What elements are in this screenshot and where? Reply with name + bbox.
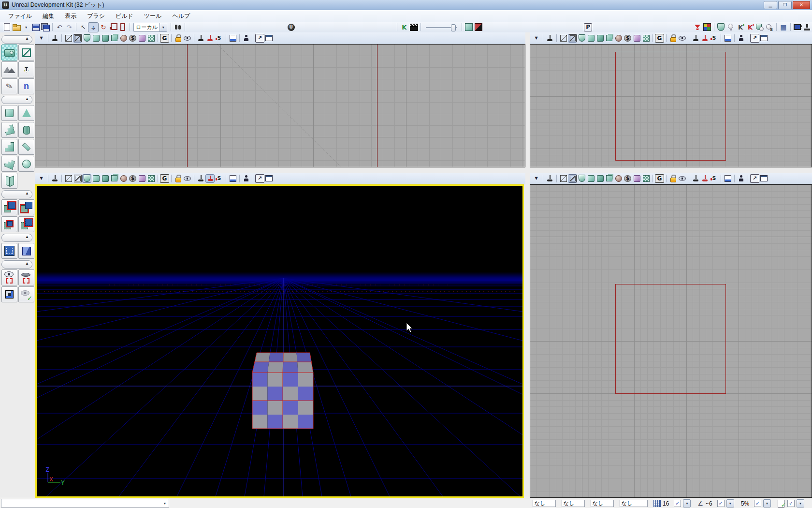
slider-knob[interactable] (451, 24, 456, 31)
detail-lighting-view-icon[interactable] (595, 174, 605, 183)
save-all-icon[interactable] (41, 23, 50, 32)
squint-mode-icon[interactable]: S (710, 174, 719, 183)
ビルド[interactable]: ビルド (110, 11, 139, 22)
separator[interactable] (158, 175, 158, 182)
csg-deintersect-button[interactable] (18, 216, 34, 232)
viewport-options-icon[interactable]: ▼ (37, 174, 46, 183)
lit-view-icon[interactable] (91, 34, 101, 43)
separator[interactable] (689, 34, 689, 42)
camera-mode-button[interactable] (1, 45, 17, 60)
float-viewport-icon[interactable]: ↗ (255, 174, 264, 183)
game-view-icon[interactable]: G (655, 34, 664, 43)
separator[interactable] (556, 34, 557, 42)
autosave-checkbox[interactable]: ✓ (787, 500, 795, 507)
show-flags-icon[interactable] (678, 174, 687, 183)
sheet-primitive-button[interactable] (18, 139, 34, 155)
lightmap-density-view-icon[interactable] (632, 174, 641, 183)
wireframe-view-icon[interactable] (559, 174, 568, 183)
rotation-snap-dropdown[interactable]: ▼ (726, 499, 734, 508)
lighting-only-view-icon[interactable] (110, 174, 119, 183)
separator[interactable] (76, 23, 76, 31)
show-flags-icon[interactable] (678, 34, 687, 43)
separator[interactable] (748, 175, 748, 182)
play-in-viewport-icon[interactable] (700, 174, 710, 183)
float-viewport-icon[interactable]: ↗ (750, 34, 759, 43)
linear-staircase-primitive-button[interactable] (1, 139, 17, 155)
texture-alignment-mode-button[interactable]: T (18, 61, 34, 77)
shader-complexity-view-icon[interactable]: $ (623, 174, 632, 183)
separator[interactable] (226, 175, 226, 182)
front-viewport-canvas[interactable] (530, 44, 812, 167)
shader-complexity-view-icon[interactable]: $ (128, 34, 137, 43)
show-selected-only-button[interactable] (1, 269, 17, 285)
wireframe-view-icon[interactable] (64, 34, 73, 43)
separator[interactable] (420, 23, 421, 31)
game-stats-icon[interactable] (691, 34, 700, 43)
viewport-options-icon[interactable]: ▼ (532, 34, 541, 43)
play-in-editor-icon[interactable]: P (584, 23, 592, 31)
squint-mode-icon[interactable]: S (215, 34, 224, 43)
separator[interactable] (666, 175, 667, 182)
volumetric-primitive-button[interactable] (1, 173, 17, 189)
sphere-primitive-button[interactable] (18, 156, 34, 172)
play-in-viewport-icon[interactable] (205, 34, 215, 43)
csg-subtract-button[interactable] (18, 199, 34, 215)
separator[interactable] (543, 34, 543, 42)
new-map-icon[interactable] (2, 23, 12, 32)
separator[interactable] (714, 23, 714, 31)
realtime-icon[interactable] (545, 174, 554, 183)
terrain-mode-button[interactable] (1, 61, 17, 77)
spiral-staircase-primitive-button[interactable] (1, 156, 17, 172)
select-translucent-icon[interactable]: ▦ (779, 23, 788, 32)
maximize-button[interactable]: ❐ (778, 1, 792, 9)
rotate-tool-icon[interactable]: ↻ (99, 23, 108, 32)
build-geometry-icon[interactable] (716, 23, 726, 32)
lighting-quality-icon[interactable]: s (765, 23, 774, 32)
separator[interactable] (721, 34, 721, 42)
lit-lightmap-view-icon[interactable] (641, 34, 651, 43)
unhide-all-button[interactable] (18, 286, 34, 302)
static-mesh-mode-button[interactable]: n (18, 78, 34, 94)
ヘルプ[interactable]: ヘルプ (167, 11, 195, 22)
lock-viewport-icon[interactable] (668, 34, 678, 43)
separator[interactable] (239, 34, 240, 42)
hide-selected-button[interactable] (18, 269, 34, 285)
matinee-icon[interactable] (409, 23, 419, 32)
section-collapse-header[interactable]: ▲ (1, 96, 32, 104)
build-cover-nodes-icon[interactable]: K (745, 23, 755, 32)
detail-lighting-view-icon[interactable] (101, 174, 110, 183)
light-complexity-view-icon[interactable] (119, 174, 128, 183)
separator[interactable] (253, 34, 253, 42)
lock-camera-to-actor-icon[interactable] (242, 174, 251, 183)
open-map-icon[interactable] (12, 23, 21, 32)
top-viewport-canvas[interactable] (35, 44, 525, 167)
separator[interactable] (48, 34, 48, 42)
separator[interactable] (734, 34, 735, 42)
lit-lightmap-view-icon[interactable] (146, 174, 156, 183)
ファイル[interactable]: ファイル (3, 11, 37, 22)
perspective-viewport-canvas[interactable]: Z X Y (35, 184, 524, 498)
popup-viewport-icon[interactable] (759, 34, 768, 43)
light-complexity-view-icon[interactable] (119, 34, 128, 43)
separator[interactable] (776, 23, 777, 31)
game-view-icon[interactable]: G (160, 174, 169, 183)
detail-lighting-view-icon[interactable] (595, 34, 605, 43)
lock-viewport-icon[interactable] (174, 174, 183, 183)
special-brush-button[interactable] (1, 243, 17, 259)
float-viewport-icon[interactable]: ↗ (255, 34, 264, 43)
separator[interactable] (194, 175, 194, 182)
separator[interactable] (397, 23, 397, 31)
separator[interactable] (666, 34, 667, 42)
game-view-icon[interactable]: G (655, 174, 664, 183)
separator[interactable] (171, 23, 171, 31)
separator[interactable] (652, 175, 653, 182)
maximize-viewport-icon[interactable] (723, 174, 732, 183)
game-stats-icon[interactable] (691, 174, 700, 183)
side-viewport-canvas[interactable] (530, 184, 812, 498)
lit-view-icon[interactable] (586, 174, 595, 183)
unlit-view-icon[interactable] (82, 174, 91, 183)
wireframe-view-icon[interactable] (559, 34, 568, 43)
separator[interactable] (689, 175, 689, 182)
separator[interactable] (194, 34, 194, 42)
scale-tool-icon[interactable] (108, 23, 118, 32)
